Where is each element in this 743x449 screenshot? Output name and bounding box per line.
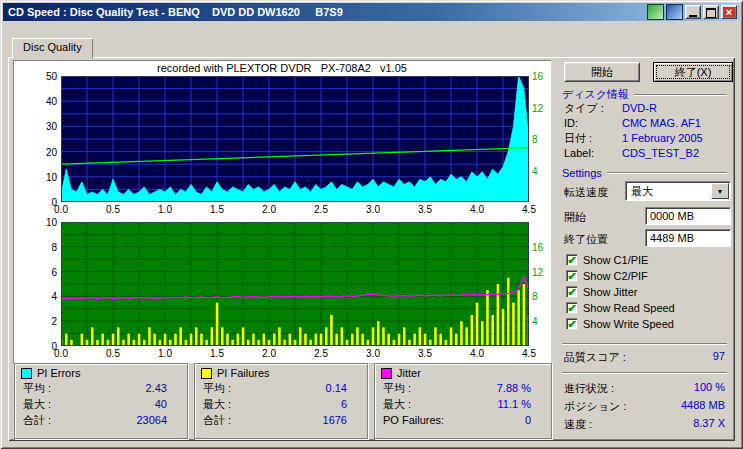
- info-label: 日付 :: [564, 132, 622, 145]
- axis-tick-label: 3.0: [362, 348, 384, 359]
- maximize-button[interactable]: [703, 5, 719, 19]
- stat-value: 23064: [136, 412, 167, 428]
- axis-tick-label: 50: [35, 71, 57, 82]
- jitter-swatch: [381, 368, 392, 379]
- info-value: CMC MAG. AF1: [622, 117, 701, 129]
- minimize-button[interactable]: [685, 5, 701, 19]
- stat-value: 0: [525, 412, 531, 428]
- checkbox-box[interactable]: ✔: [566, 286, 578, 298]
- stat-label: 平均 :: [23, 380, 51, 396]
- status-value: 97: [713, 350, 725, 365]
- checkbox-show-c2-pif[interactable]: ✔ Show C2/PIF: [566, 269, 648, 283]
- stat-label: 最大 :: [23, 396, 51, 412]
- speed-select-value: 最大: [631, 185, 653, 197]
- stat-title: Jitter: [397, 367, 421, 379]
- disc-type-row: タイプ :DVD-R: [564, 102, 727, 115]
- recorded-with-label: recorded with PLEXTOR DVDR PX-708A2 v1.0…: [13, 62, 551, 74]
- stat-label: 平均 :: [203, 380, 231, 396]
- stat-label: 合計 :: [203, 412, 231, 428]
- exit-button[interactable]: 終了(X): [653, 62, 733, 82]
- axis-tick-label: 4: [532, 316, 552, 327]
- stat-row: 最大 :6: [195, 396, 367, 412]
- checkbox-box[interactable]: ✔: [566, 318, 578, 330]
- title-controls: ×: [647, 4, 740, 20]
- speed-row: 速度 : 8.37 X: [564, 417, 725, 432]
- tab-disc-quality[interactable]: Disc Quality: [12, 38, 93, 58]
- start-position-field[interactable]: 0000 MB: [645, 207, 731, 225]
- pi-failures-stats-box: PI Failures 平均 :0.14 最大 :6 合計 :1676: [194, 363, 368, 439]
- disc-date-row: 日付 :1 February 2005: [564, 132, 727, 145]
- status-label: 速度 :: [564, 417, 592, 432]
- check-icon: ✔: [567, 287, 576, 297]
- axis-tick-label: 10: [35, 217, 57, 228]
- transfer-speed-label: 転送速度: [564, 185, 608, 200]
- check-icon: ✔: [567, 319, 576, 329]
- chart-panel: recorded with PLEXTOR DVDR PX-708A2 v1.0…: [13, 60, 551, 363]
- titlebar[interactable]: CD Speed : Disc Quality Test - BENQ DVD …: [3, 3, 740, 21]
- stat-label: 最大 :: [383, 396, 411, 412]
- status-label: 進行状況 :: [564, 381, 614, 396]
- disc-info-header: ディスク情報: [562, 87, 727, 102]
- checkbox-box[interactable]: ✔: [566, 302, 578, 314]
- axis-tick-label: 3.5: [414, 348, 436, 359]
- disc-label-row: Label:CDS_TEST_B2: [564, 147, 727, 160]
- end-position-field[interactable]: 4489 MB: [645, 229, 731, 247]
- start-button[interactable]: 開始: [564, 62, 640, 82]
- checkbox-box[interactable]: ✔: [566, 254, 578, 266]
- axis-tick-label: 12: [532, 103, 552, 114]
- info-value: CDS_TEST_B2: [622, 147, 699, 159]
- axis-tick-label: 1.5: [206, 348, 228, 359]
- stat-label: 平均 :: [383, 380, 411, 396]
- stat-row: 合計 :23064: [15, 412, 187, 428]
- status-label: ポジション :: [564, 399, 626, 414]
- pi-failures-swatch: [201, 368, 212, 379]
- axis-tick-label: 2.0: [258, 348, 280, 359]
- axis-tick-label: 4.5: [518, 204, 540, 215]
- stat-row: 平均 :0.14: [195, 380, 367, 396]
- stat-value: 7.88 %: [497, 380, 531, 396]
- checkbox-show-read-speed[interactable]: ✔ Show Read Speed: [566, 301, 675, 315]
- speed-select[interactable]: 最大 ▼: [625, 181, 731, 201]
- separator: [562, 372, 727, 374]
- axis-tick-label: 20: [35, 147, 57, 158]
- pi-errors-stats-box: PI Errors 平均 :2.43 最大 :40 合計 :23064: [14, 363, 188, 439]
- checkbox-show-write-speed[interactable]: ✔ Show Write Speed: [566, 317, 674, 331]
- axis-tick-label: 1.0: [154, 348, 176, 359]
- checkbox-label: Show Write Speed: [583, 318, 674, 330]
- checkbox-show-jitter[interactable]: ✔ Show Jitter: [566, 285, 637, 299]
- checkbox-show-c1-pie[interactable]: ✔ Show C1/PIE: [566, 253, 648, 267]
- axis-tick-label: 4.0: [466, 348, 488, 359]
- section-rule: [634, 94, 727, 96]
- stat-row: 合計 :1676: [195, 412, 367, 428]
- settings-header: Settings: [562, 167, 727, 179]
- info-value: DVD-R: [622, 102, 657, 114]
- titlebar-green-icon[interactable]: [647, 4, 664, 20]
- checkbox-label: Show C1/PIE: [583, 254, 648, 266]
- app-window: CD Speed : Disc Quality Test - BENQ DVD …: [0, 0, 743, 449]
- stat-value: 40: [155, 396, 167, 412]
- progress-row: 進行状況 : 100 %: [564, 381, 725, 396]
- axis-tick-label: 6: [35, 267, 57, 278]
- stat-row: 最大 :11.1 %: [375, 396, 551, 412]
- titlebar-blue-icon[interactable]: [666, 4, 683, 20]
- stat-row: 平均 :7.88 %: [375, 380, 551, 396]
- axis-tick-label: 8: [532, 291, 552, 302]
- position-row: ポジション : 4488 MB: [564, 399, 725, 414]
- checkbox-box[interactable]: ✔: [566, 270, 578, 282]
- axis-tick-label: 8: [532, 134, 552, 145]
- section-rule: [607, 172, 727, 174]
- close-button[interactable]: ×: [721, 5, 737, 19]
- stat-value: 11.1 %: [498, 396, 531, 412]
- axis-tick-label: 16: [532, 71, 552, 82]
- end-position-label: 終了位置: [564, 232, 608, 247]
- chevron-down-icon[interactable]: ▼: [711, 183, 729, 199]
- tab-pane: recorded with PLEXTOR DVDR PX-708A2 v1.0…: [8, 57, 735, 441]
- axis-tick-label: 12: [532, 267, 552, 278]
- info-label: Label:: [564, 147, 622, 160]
- check-icon: ✔: [567, 303, 576, 313]
- axis-tick-label: 4.5: [518, 348, 540, 359]
- disc-id-row: ID:CMC MAG. AF1: [564, 117, 727, 130]
- checkbox-label: Show Read Speed: [583, 302, 675, 314]
- axis-tick-label: 0.0: [50, 348, 72, 359]
- stat-row: 平均 :2.43: [15, 380, 187, 396]
